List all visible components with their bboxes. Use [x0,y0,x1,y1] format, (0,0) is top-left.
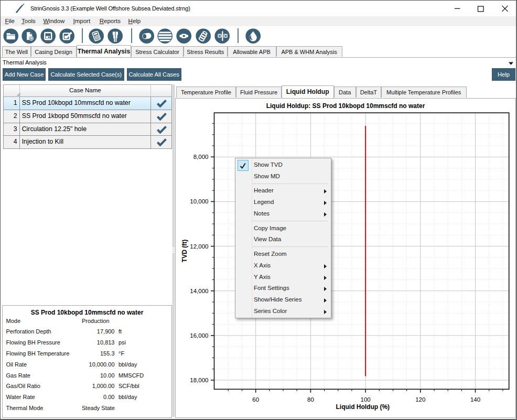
svg-text:140: 140 [470,396,480,403]
svg-text:60: 60 [252,396,259,403]
svg-text:10,000: 10,000 [190,198,208,204]
svg-text:80: 80 [307,396,314,403]
svg-text:16,000: 16,000 [190,332,208,339]
svg-text:TVD (ft): TVD (ft) [181,240,188,262]
svg-text:100: 100 [361,396,371,403]
svg-text:14,000: 14,000 [190,288,208,294]
svg-text:12,000: 12,000 [190,243,208,250]
svg-text:120: 120 [415,396,425,403]
svg-text:Liquid Holdup (%): Liquid Holdup (%) [336,403,390,411]
svg-text:8,000: 8,000 [193,154,209,160]
svg-text:18,000: 18,000 [190,377,208,383]
